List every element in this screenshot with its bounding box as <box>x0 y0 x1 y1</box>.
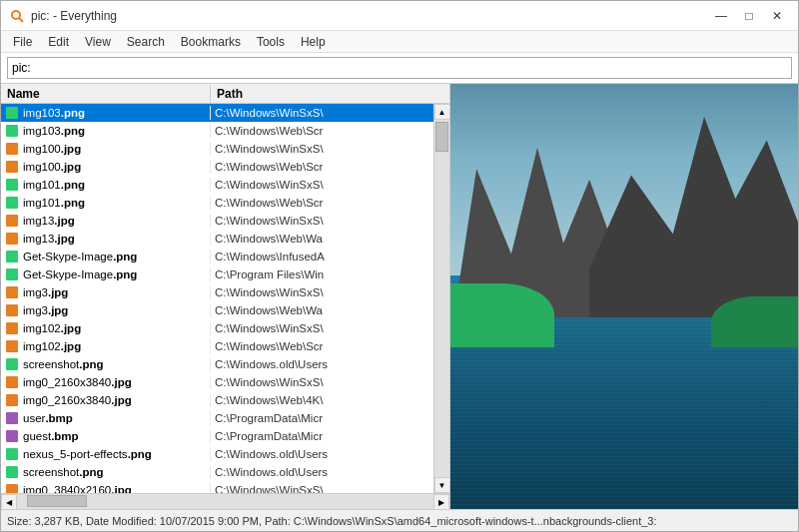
horiz-scroll-thumb[interactable] <box>27 495 87 507</box>
table-row[interactable]: img0_2160x3840.jpgC:\Windows\Web\4K\ <box>1 391 433 409</box>
file-icon <box>5 465 19 479</box>
scroll-right-arrow[interactable]: ▶ <box>433 494 449 509</box>
menu-search[interactable]: Search <box>119 33 173 51</box>
file-list-pane: Name Path img103.pngC:\Windows\WinSxS\im… <box>1 84 450 509</box>
maximize-button[interactable]: □ <box>736 6 762 26</box>
scroll-thumb[interactable] <box>435 122 448 152</box>
table-row[interactable]: img102.jpgC:\Windows\WinSxS\ <box>1 319 433 337</box>
file-name: img100.jpg <box>23 143 81 155</box>
file-path: C:\Windows\Web\Scr <box>211 161 433 173</box>
file-list[interactable]: img103.pngC:\Windows\WinSxS\img103.pngC:… <box>1 104 433 493</box>
table-row[interactable]: img100.jpgC:\Windows\Web\Scr <box>1 158 433 176</box>
status-text: Size: 3,287 KB, Date Modified: 10/07/201… <box>7 515 657 527</box>
file-icon <box>5 214 19 228</box>
file-name: Get-Skype-Image.png <box>23 268 137 280</box>
search-bar <box>1 53 798 84</box>
file-path: C:\Windows\InfusedA <box>211 251 433 263</box>
table-row[interactable]: img0_3840x2160.jpgC:\Windows\WinSxS\ <box>1 481 433 493</box>
table-row[interactable]: img13.jpgC:\Windows\Web\Wa <box>1 230 433 248</box>
horizontal-scrollbar[interactable]: ◀ ▶ <box>1 493 449 509</box>
table-row[interactable]: img3.jpgC:\Windows\Web\Wa <box>1 301 433 319</box>
file-icon <box>5 357 19 371</box>
table-row[interactable]: img101.pngC:\Windows\Web\Scr <box>1 194 433 212</box>
file-icon <box>5 483 19 493</box>
menu-bar: File Edit View Search Bookmarks Tools He… <box>1 31 798 53</box>
table-row[interactable]: Get-Skype-Image.pngC:\Program Files\Win <box>1 266 433 283</box>
file-name: img102.jpg <box>23 340 81 352</box>
file-path: C:\Windows\WinSxS\ <box>211 143 433 155</box>
close-button[interactable]: ✕ <box>764 6 790 26</box>
table-row[interactable]: img103.pngC:\Windows\WinSxS\ <box>1 104 433 122</box>
file-icon <box>5 106 19 120</box>
file-path: C:\Windows.old\Users <box>211 466 433 478</box>
file-path: C:\Windows\Web\4K\ <box>211 394 433 406</box>
file-icon <box>5 232 19 246</box>
scroll-up-arrow[interactable]: ▲ <box>434 104 450 120</box>
horiz-scroll-track[interactable] <box>17 494 433 509</box>
file-name: img102.jpg <box>23 322 81 334</box>
menu-bookmarks[interactable]: Bookmarks <box>173 33 249 51</box>
list-header: Name Path <box>1 84 449 104</box>
menu-help[interactable]: Help <box>293 33 334 51</box>
column-header-name[interactable]: Name <box>1 85 211 103</box>
file-icon <box>5 196 19 210</box>
menu-edit[interactable]: Edit <box>40 33 77 51</box>
main-content: Name Path img103.pngC:\Windows\WinSxS\im… <box>1 84 798 509</box>
app-icon <box>9 8 25 24</box>
table-row[interactable]: Get-Skype-Image.pngC:\Windows\InfusedA <box>1 248 433 266</box>
file-path: C:\ProgramData\Micr <box>211 430 433 442</box>
table-row[interactable]: user.bmpC:\ProgramData\Micr <box>1 409 433 427</box>
file-icon <box>5 178 19 192</box>
table-row[interactable]: img102.jpgC:\Windows\Web\Scr <box>1 337 433 355</box>
table-row[interactable]: img3.jpgC:\Windows\WinSxS\ <box>1 283 433 301</box>
vertical-scrollbar[interactable]: ▲ ▼ <box>433 104 449 493</box>
file-name: img0_2160x3840.jpg <box>23 376 132 388</box>
file-path: C:\Windows\WinSxS\ <box>211 215 433 227</box>
file-icon <box>5 393 19 407</box>
file-path: C:\Windows\WinSxS\ <box>211 376 433 388</box>
scroll-track[interactable] <box>434 120 449 477</box>
file-path: C:\Windows\WinSxS\ <box>211 322 433 334</box>
file-path: C:\Windows.old\Users <box>211 358 433 370</box>
file-path: C:\Windows.old\Users <box>211 448 433 460</box>
file-name: screenshot.png <box>23 466 104 478</box>
grass-left <box>450 283 554 347</box>
menu-tools[interactable]: Tools <box>249 33 293 51</box>
table-row[interactable]: img100.jpgC:\Windows\WinSxS\ <box>1 140 433 158</box>
table-row[interactable]: img101.pngC:\Windows\WinSxS\ <box>1 176 433 194</box>
file-icon <box>5 303 19 317</box>
file-name: user.bmp <box>23 412 73 424</box>
preview-image <box>450 84 798 509</box>
menu-view[interactable]: View <box>77 33 119 51</box>
table-row[interactable]: img103.pngC:\Windows\Web\Scr <box>1 122 433 140</box>
file-name: img100.jpg <box>23 161 81 173</box>
file-name: img101.png <box>23 197 85 209</box>
title-bar: pic: - Everything — □ ✕ <box>1 1 798 31</box>
file-icon <box>5 411 19 425</box>
scroll-down-arrow[interactable]: ▼ <box>434 477 450 493</box>
file-path: C:\Windows\WinSxS\ <box>211 107 433 119</box>
file-icon <box>5 375 19 389</box>
search-input[interactable] <box>7 57 792 79</box>
table-row[interactable]: guest.bmpC:\ProgramData\Micr <box>1 427 433 445</box>
file-path: C:\Windows\Web\Wa <box>211 233 433 245</box>
file-icon <box>5 142 19 156</box>
file-name: img3.jpg <box>23 286 68 298</box>
table-row[interactable]: screenshot.pngC:\Windows.old\Users <box>1 463 433 481</box>
status-bar: Size: 3,287 KB, Date Modified: 10/07/201… <box>1 509 798 531</box>
file-name: img13.jpg <box>23 233 75 245</box>
file-icon <box>5 124 19 138</box>
menu-file[interactable]: File <box>5 33 40 51</box>
table-row[interactable]: img13.jpgC:\Windows\WinSxS\ <box>1 212 433 230</box>
file-name: img3.jpg <box>23 304 68 316</box>
minimize-button[interactable]: — <box>708 6 734 26</box>
preview-pane <box>450 84 798 509</box>
table-row[interactable]: screenshot.pngC:\Windows.old\Users <box>1 355 433 373</box>
table-row[interactable]: img0_2160x3840.jpgC:\Windows\WinSxS\ <box>1 373 433 391</box>
table-row[interactable]: nexus_5-port-effects.pngC:\Windows.old\U… <box>1 445 433 463</box>
scroll-left-arrow[interactable]: ◀ <box>1 494 17 509</box>
file-path: C:\Windows\Web\Scr <box>211 340 433 352</box>
column-header-path[interactable]: Path <box>211 85 433 103</box>
file-icon <box>5 429 19 443</box>
file-icon <box>5 285 19 299</box>
